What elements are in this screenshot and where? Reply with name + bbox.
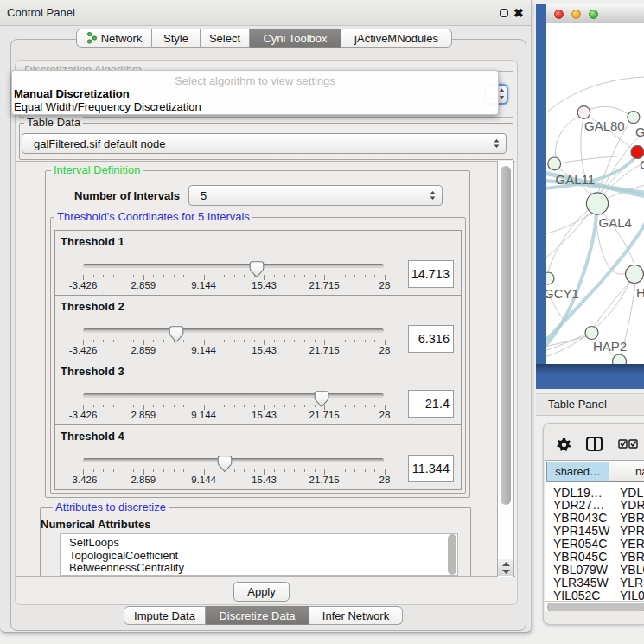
- svg-text:C: C: [640, 157, 644, 172]
- svg-text:GCY1: GCY1: [546, 286, 579, 301]
- svg-text:GAL11: GAL11: [556, 172, 596, 187]
- svg-text:GAL4: GAL4: [599, 215, 632, 230]
- svg-text:GA: GA: [635, 124, 644, 139]
- svg-text:HAP2: HAP2: [593, 339, 627, 354]
- svg-text:GAL80: GAL80: [584, 118, 625, 133]
- svg-text:H: H: [636, 285, 644, 300]
